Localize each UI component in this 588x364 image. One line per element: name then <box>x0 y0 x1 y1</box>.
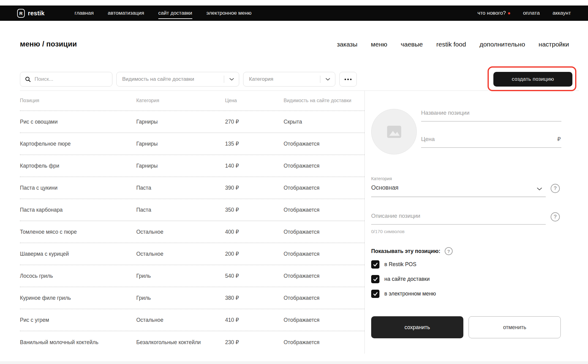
table-header: Позиция Категория Цена Видимость на сайт… <box>20 91 364 111</box>
cell-price: 400 ₽ <box>225 229 284 235</box>
category-selected-value: Основная <box>371 184 398 191</box>
category-field-label: Категория <box>371 176 392 181</box>
notification-dot-icon <box>508 12 510 14</box>
position-edit-panel: ₽ Категория Основная ? ? 0/170 символов … <box>364 91 579 357</box>
table-row[interactable]: Рис с овощами Гарниры 270 ₽ Скрыта <box>20 111 364 133</box>
search-box <box>20 72 112 87</box>
checkbox-electronic-menu[interactable]: в электронном меню <box>371 290 436 298</box>
cell-visibility: Отображается <box>284 229 364 235</box>
checkbox-icon <box>371 260 379 269</box>
table-row[interactable]: Томленое мясо с пюре Остальное 400 ₽ Ото… <box>20 221 364 243</box>
position-name-input[interactable] <box>421 110 561 116</box>
more-options-icon <box>345 79 346 80</box>
topnav-item[interactable]: главная <box>75 10 94 16</box>
checkbox-icon <box>371 275 379 283</box>
title-row: меню / позиции заказы меню чаевые restik… <box>20 40 569 48</box>
footer-strip <box>0 361 588 364</box>
column-header-category: Категория <box>136 98 225 103</box>
cell-position: Рис с овощами <box>20 119 136 125</box>
show-position-help-icon[interactable]: ? <box>445 247 453 255</box>
section-tabs: заказы меню чаевые restik food дополните… <box>337 41 569 48</box>
search-input[interactable] <box>35 76 108 82</box>
table-row[interactable]: Ванильный молочный коктейль Безалкогольн… <box>20 331 364 353</box>
cell-category: Гарниры <box>136 141 225 147</box>
category-select[interactable]: Основная <box>371 184 546 197</box>
char-counter: 0/170 символов <box>371 229 405 234</box>
section-tab[interactable]: настройки <box>539 41 569 48</box>
cell-visibility: Отображается <box>284 273 364 279</box>
section-tab[interactable]: заказы <box>337 41 357 48</box>
photo-upload[interactable] <box>371 109 417 154</box>
cell-category: Паста <box>136 185 225 191</box>
topbar-right-item[interactable]: аккаунт <box>552 10 571 16</box>
page-title: меню / позиции <box>20 40 77 48</box>
visibility-filter-dropdown[interactable]: Видимость на сайте доставки <box>116 72 239 87</box>
section-tab[interactable]: дополнительно <box>480 41 525 48</box>
topbar-right-item[interactable]: что нового? <box>477 10 510 16</box>
table-row[interactable]: Лосось гриль Гриль 540 ₽ Отображается <box>20 265 364 287</box>
table-row[interactable]: Рис с угрем Остальное 410 ₽ Отображается <box>20 309 364 331</box>
restik-logo-icon: R <box>17 9 25 18</box>
positions-table: Позиция Категория Цена Видимость на сайт… <box>20 91 364 353</box>
table-row[interactable]: Паста с цукини Паста 390 ₽ Отображается <box>20 177 364 199</box>
section-tab[interactable]: чаевые <box>401 41 423 48</box>
save-button[interactable]: сохранить <box>371 316 463 338</box>
cell-price: 270 ₽ <box>225 119 284 125</box>
cell-position: Томленое мясо с пюре <box>20 229 136 235</box>
page: R restik главная автоматизация сайт дост… <box>0 0 588 364</box>
show-position-row: Показывать эту позицию: ? <box>371 247 453 255</box>
description-help-icon[interactable]: ? <box>551 212 560 221</box>
position-description-input[interactable] <box>371 213 546 219</box>
topbar-right-label: аккаунт <box>552 10 571 16</box>
column-header-price: Цена <box>225 98 284 103</box>
cell-price: 350 ₽ <box>225 207 284 213</box>
table-row[interactable]: Картофель фри Гарниры 140 ₽ Отображается <box>20 155 364 177</box>
topbar-right-item[interactable]: оплата <box>523 10 540 16</box>
topnav-item[interactable]: электронное меню <box>206 10 252 16</box>
cell-visibility: Отображается <box>284 317 364 323</box>
cell-visibility: Отображается <box>284 185 364 191</box>
cell-visibility: Отображается <box>284 339 364 346</box>
cell-price: 410 ₽ <box>225 317 284 323</box>
cell-position: Паста карбонара <box>20 207 136 213</box>
category-help-icon[interactable]: ? <box>551 184 560 193</box>
topnav-item[interactable]: сайт доставки <box>158 10 192 19</box>
section-tab[interactable]: restik food <box>436 41 466 48</box>
position-price-input[interactable] <box>421 136 557 143</box>
cell-category: Гарниры <box>136 119 225 125</box>
section-tab[interactable]: меню <box>371 41 387 48</box>
brand-logo[interactable]: R restik <box>17 9 45 18</box>
cell-category: Безалкогольные коктейли <box>136 339 225 346</box>
ruble-sign: ₽ <box>557 136 561 143</box>
annotation-highlight: создать позицию <box>488 66 576 91</box>
cell-price: 140 ₽ <box>225 163 284 169</box>
description-field <box>371 213 546 225</box>
cell-position: Рис с угрем <box>20 317 136 323</box>
topbar-right-label: оплата <box>523 10 540 16</box>
cell-category: Остальное <box>136 251 225 257</box>
chevron-down-icon <box>537 186 542 192</box>
topbar-right-label: что нового? <box>477 10 506 16</box>
cell-visibility: Скрыта <box>284 119 364 125</box>
table-row[interactable]: Паста карбонара Паста 350 ₽ Отображается <box>20 199 364 221</box>
category-filter-label: Категория <box>249 76 320 82</box>
cell-category: Остальное <box>136 317 225 323</box>
table-row[interactable]: Куриное филе гриль Гриль 380 ₽ Отображае… <box>20 287 364 309</box>
create-position-button[interactable]: создать позицию <box>493 72 572 87</box>
more-filters-button[interactable] <box>339 72 357 87</box>
topbar-right: что нового? оплата аккаунт <box>477 10 571 16</box>
cell-position: Ванильный молочный коктейль <box>20 339 136 346</box>
table-row[interactable]: Картофельное пюре Гарниры 135 ₽ Отобража… <box>20 133 364 155</box>
cancel-button[interactable]: отменить <box>469 316 561 338</box>
image-placeholder-icon <box>386 125 402 139</box>
visibility-filter-label: Видимость на сайте доставки <box>122 76 224 82</box>
table-row[interactable]: Шаверма с курицей Остальное 200 ₽ Отобра… <box>20 243 364 265</box>
cell-position: Куриное филе гриль <box>20 295 136 301</box>
search-icon <box>25 76 31 83</box>
checkbox-restik-pos[interactable]: в Restik POS <box>371 260 417 269</box>
topnav-item[interactable]: автоматизация <box>108 10 144 16</box>
checkbox-delivery-site[interactable]: на сайте доставки <box>371 275 430 283</box>
cell-visibility: Отображается <box>284 163 364 169</box>
cell-price: 390 ₽ <box>225 185 284 191</box>
category-filter-dropdown[interactable]: Категория <box>243 72 335 87</box>
